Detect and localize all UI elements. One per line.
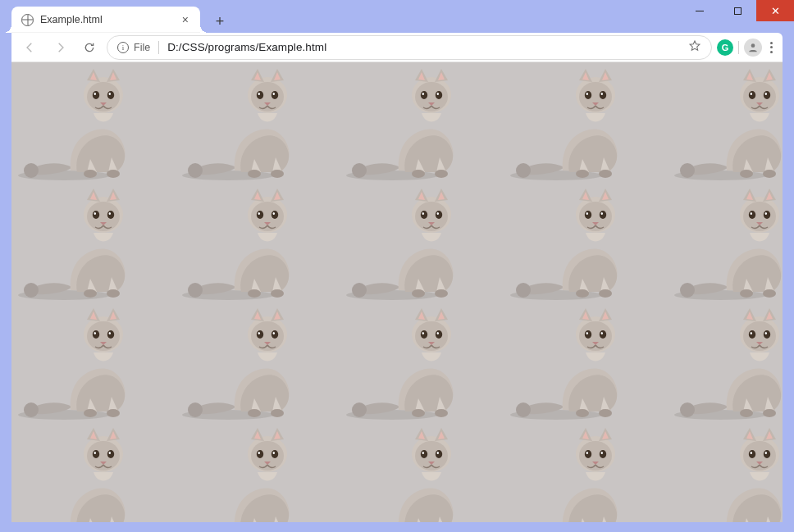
window-maximize-button[interactable] xyxy=(719,0,756,21)
window-minimize-button[interactable] xyxy=(681,0,719,21)
new-tab-button[interactable]: + xyxy=(208,10,231,33)
omnibox[interactable]: i File D:/CSS/programs/Example.html xyxy=(107,35,712,60)
file-chip-label: File xyxy=(134,42,150,53)
page-background-repeating-cat-image xyxy=(11,62,783,522)
profile-button[interactable] xyxy=(744,39,762,57)
reload-button[interactable] xyxy=(77,35,102,60)
bookmark-button[interactable] xyxy=(688,39,701,56)
menu-button[interactable] xyxy=(767,42,776,53)
arrow-right-icon xyxy=(53,41,66,54)
tab-active[interactable]: Example.html × xyxy=(11,7,200,33)
toolbar: i File D:/CSS/programs/Example.html G xyxy=(11,33,783,62)
globe-icon xyxy=(21,14,34,26)
tab-strip: Example.html × + xyxy=(11,7,671,33)
person-icon xyxy=(747,42,759,53)
tab-title: Example.html xyxy=(40,14,172,25)
extension-button[interactable]: G xyxy=(717,39,733,56)
arrow-left-icon xyxy=(24,41,37,54)
tab-close-button[interactable]: × xyxy=(179,13,192,26)
star-icon xyxy=(688,39,701,52)
toolbar-separator xyxy=(738,41,739,54)
window-close-button[interactable]: ✕ xyxy=(756,0,794,21)
window-controls: ✕ xyxy=(681,0,794,21)
svg-point-0 xyxy=(751,43,755,48)
info-icon: i xyxy=(117,42,129,53)
omnibox-separator xyxy=(158,41,159,54)
reload-icon xyxy=(83,41,96,54)
forward-button[interactable] xyxy=(48,35,72,60)
extension-glyph: G xyxy=(722,43,729,52)
site-info-chip[interactable]: i File xyxy=(117,42,150,53)
back-button[interactable] xyxy=(18,35,43,60)
page-viewport xyxy=(11,62,783,522)
omnibox-url: D:/CSS/programs/Example.html xyxy=(167,41,680,53)
